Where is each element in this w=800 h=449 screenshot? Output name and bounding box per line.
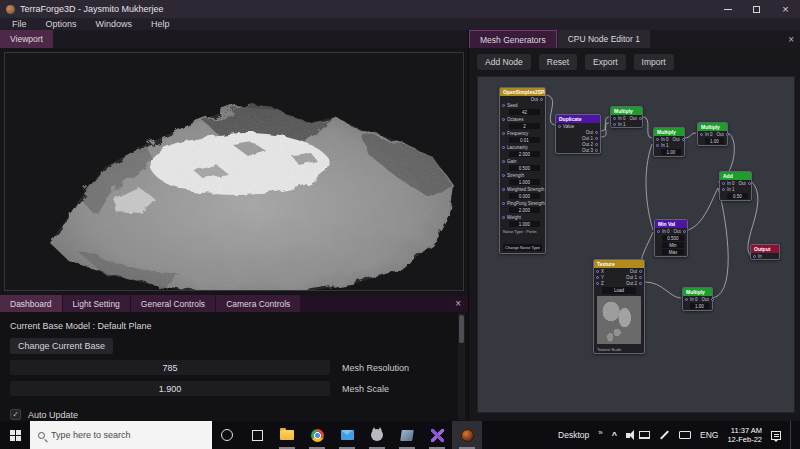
node-opensimplex2sperlin[interactable]: OpenSimplex2SPerlinOutSeed42Octaves2Freq…: [499, 87, 546, 254]
node-pin[interactable]: [711, 298, 714, 301]
tab-light-setting[interactable]: Light Setting: [63, 295, 130, 312]
node-editor-close-icon[interactable]: ×: [781, 30, 800, 48]
node-value-input[interactable]: 0.50: [727, 193, 748, 199]
param-value-input[interactable]: 2.000: [509, 151, 540, 157]
node-pin[interactable]: [595, 131, 598, 134]
app-button[interactable]: [392, 421, 422, 449]
node-pin[interactable]: [502, 174, 505, 177]
node-pin[interactable]: [595, 149, 598, 152]
change-current-base-button[interactable]: Change Current Base: [10, 338, 113, 354]
node-texture[interactable]: TextureXOutYOut 1ZOut 2LoadTexture Scale: [593, 259, 645, 354]
file-explorer-button[interactable]: [272, 421, 302, 449]
dashboard-close-icon[interactable]: ×: [448, 295, 468, 312]
node-pin[interactable]: [639, 276, 642, 279]
node-min-val[interactable]: Min ValIn 0Out0.500MinMax: [654, 219, 688, 257]
node-value-input[interactable]: Max: [662, 249, 684, 255]
node-pin[interactable]: [596, 282, 599, 285]
node-pin[interactable]: [558, 125, 561, 128]
tab-viewport[interactable]: Viewport: [0, 30, 53, 48]
node-multiply[interactable]: MultiplyIn 0Out1.00: [682, 287, 713, 311]
node-pin[interactable]: [540, 98, 543, 101]
node-pin[interactable]: [502, 202, 505, 205]
maximize-button[interactable]: [742, 0, 771, 18]
github-desktop-button[interactable]: [362, 421, 392, 449]
chrome-button[interactable]: [302, 421, 332, 449]
node-output[interactable]: OutputIn: [750, 244, 780, 260]
node-pin[interactable]: [596, 276, 599, 279]
param-value-input[interactable]: 42: [509, 109, 540, 115]
node-pin[interactable]: [753, 255, 756, 258]
node-pin[interactable]: [726, 133, 729, 136]
viewport-canvas[interactable]: [4, 52, 464, 291]
language-indicator[interactable]: ENG: [700, 430, 718, 440]
node-pin[interactable]: [595, 143, 598, 146]
export-button[interactable]: Export: [585, 54, 626, 70]
node-pin[interactable]: [685, 298, 688, 301]
tab-cpu-node-editor[interactable]: CPU Node Editor 1: [558, 30, 650, 48]
touch-keyboard-icon[interactable]: [679, 431, 691, 439]
node-pin[interactable]: [639, 282, 642, 285]
node-pin[interactable]: [656, 138, 659, 141]
node-value-input[interactable]: 1.00: [705, 138, 724, 144]
node-pin[interactable]: [502, 146, 505, 149]
pen-icon[interactable]: [660, 430, 669, 439]
network-icon[interactable]: [639, 431, 650, 439]
mail-button[interactable]: [332, 421, 362, 449]
taskbar-search[interactable]: [30, 421, 212, 449]
node-value-input[interactable]: Min: [662, 242, 684, 248]
task-view-button[interactable]: [242, 421, 272, 449]
tab-camera-controls[interactable]: Camera Controls: [216, 295, 300, 312]
reset-button[interactable]: Reset: [539, 54, 577, 70]
search-input[interactable]: [51, 430, 191, 440]
desktop-toolbar-label[interactable]: Desktop: [558, 430, 589, 440]
node-button[interactable]: Load: [602, 287, 636, 294]
auto-update-checkbox[interactable]: ✓: [10, 409, 21, 420]
node-pin[interactable]: [639, 270, 642, 273]
node-pin[interactable]: [596, 270, 599, 273]
show-hidden-icons[interactable]: ^: [612, 430, 617, 440]
node-pin[interactable]: [502, 104, 505, 107]
node-pin[interactable]: [502, 132, 505, 135]
minimize-button[interactable]: [713, 0, 742, 18]
start-button[interactable]: [0, 421, 30, 449]
node-pin[interactable]: [722, 188, 725, 191]
menu-options[interactable]: Options: [46, 19, 77, 29]
node-multiply[interactable]: MultiplyIn 0Out1.00: [697, 122, 728, 146]
node-pin[interactable]: [502, 160, 505, 163]
volume-icon[interactable]: [626, 433, 630, 438]
param-value-input[interactable]: 2: [509, 123, 540, 129]
param-value-input[interactable]: 0.01: [509, 137, 540, 143]
node-pin[interactable]: [502, 188, 505, 191]
node-pin[interactable]: [502, 118, 505, 121]
mesh-resolution-input[interactable]: 785: [10, 360, 330, 375]
node-duplicate[interactable]: DuplicateValueOutOut 1Out 2Out 3: [555, 114, 601, 154]
clock[interactable]: 11:37 AM 12-Feb-22: [727, 426, 762, 444]
node-value-input[interactable]: 1.00: [690, 303, 709, 309]
node-pin[interactable]: [595, 137, 598, 140]
cortana-button[interactable]: [212, 421, 242, 449]
menu-file[interactable]: File: [12, 19, 27, 29]
param-value-input[interactable]: 2.000: [509, 207, 540, 213]
node-multiply[interactable]: MultiplyIn 0OutIn 1: [610, 106, 643, 128]
tab-dashboard[interactable]: Dashboard: [0, 295, 62, 312]
param-value-input[interactable]: 0.000: [509, 193, 540, 199]
param-value-input[interactable]: 0.500: [509, 165, 540, 171]
node-multiply[interactable]: MultiplyIn 0OutIn 11.00: [653, 127, 685, 157]
node-pin[interactable]: [722, 182, 725, 185]
node-pin[interactable]: [748, 182, 751, 185]
node-pin[interactable]: [657, 230, 660, 233]
dashboard-scrollbar[interactable]: [458, 313, 465, 420]
close-button[interactable]: ×: [771, 0, 800, 18]
param-value-input[interactable]: 1.000: [509, 221, 540, 227]
menu-help[interactable]: Help: [151, 19, 170, 29]
dashboard-scrollbar-thumb[interactable]: [459, 315, 464, 343]
tab-general-controls[interactable]: General Controls: [131, 295, 215, 312]
node-pin[interactable]: [700, 133, 703, 136]
chevrons-icon[interactable]: »: [598, 428, 602, 437]
mesh-scale-input[interactable]: 1.900: [10, 381, 330, 396]
node-pin[interactable]: [683, 230, 686, 233]
visual-studio-button[interactable]: [422, 421, 452, 449]
node-pin[interactable]: [639, 117, 642, 120]
node-pin[interactable]: [656, 144, 659, 147]
terraforge-taskbar-button[interactable]: [452, 421, 482, 449]
